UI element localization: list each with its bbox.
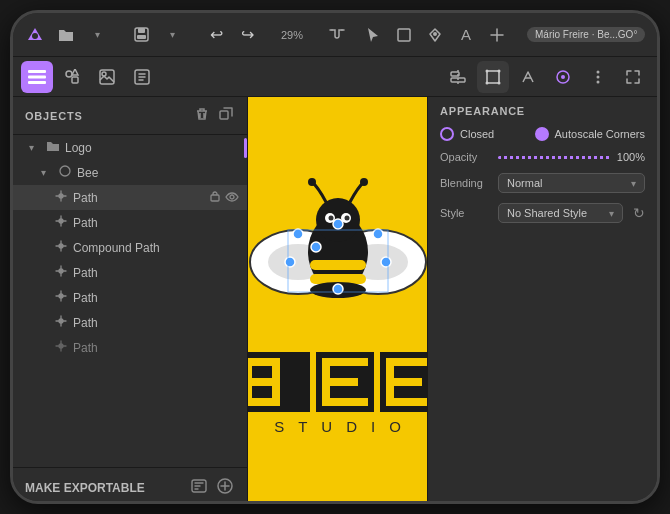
svg-rect-3 bbox=[137, 35, 146, 39]
add-export-button[interactable] bbox=[215, 476, 235, 499]
cursor-tool[interactable] bbox=[359, 21, 387, 49]
expand-arrow: ▾ bbox=[29, 142, 41, 153]
refresh-style-button[interactable]: ↻ bbox=[633, 205, 645, 221]
svg-point-19 bbox=[486, 81, 489, 84]
list-item[interactable]: ▾ Logo bbox=[13, 135, 247, 160]
svg-point-57 bbox=[381, 257, 391, 267]
chevron-icon-file[interactable]: ▾ bbox=[158, 21, 186, 49]
second-toolbar-right bbox=[442, 61, 649, 93]
layer-label: Path bbox=[73, 216, 239, 230]
list-item[interactable]: Compound Path bbox=[13, 235, 247, 260]
save-icon[interactable] bbox=[127, 21, 155, 49]
main-area: OBJECTS bbox=[13, 97, 657, 504]
path-anchor-icon bbox=[53, 265, 69, 280]
blending-row: Blending Normal ▾ bbox=[440, 173, 645, 193]
svg-point-28 bbox=[59, 194, 63, 198]
autoscale-toggle[interactable]: Autoscale Corners bbox=[535, 127, 646, 141]
svg-point-18 bbox=[498, 69, 501, 72]
vectornator-icon[interactable] bbox=[21, 21, 49, 49]
svg-rect-2 bbox=[138, 28, 145, 33]
layers-button[interactable] bbox=[21, 61, 53, 93]
more-icon[interactable] bbox=[582, 61, 614, 93]
opacity-value: 100% bbox=[617, 151, 645, 163]
elements-button[interactable] bbox=[56, 61, 88, 93]
magnet-icon[interactable] bbox=[323, 21, 351, 49]
studio-text-group: STUDIO bbox=[248, 418, 427, 443]
svg-rect-77 bbox=[386, 378, 422, 386]
panel-header-actions bbox=[193, 105, 235, 126]
chevron-down-icon[interactable]: ▾ bbox=[83, 21, 111, 49]
svg-point-22 bbox=[561, 75, 565, 79]
transform-icon[interactable] bbox=[477, 61, 509, 93]
closed-toggle-circle bbox=[440, 127, 454, 141]
studio-text: STUDIO bbox=[260, 418, 415, 435]
pen-tool[interactable] bbox=[421, 21, 449, 49]
style-icon[interactable] bbox=[512, 61, 544, 93]
blending-value: Normal bbox=[507, 177, 542, 189]
svg-rect-4 bbox=[398, 29, 410, 41]
svg-point-31 bbox=[59, 219, 63, 223]
objects-list: ▾ Logo ▾ Bee bbox=[13, 135, 247, 467]
svg-point-34 bbox=[59, 294, 63, 298]
list-item[interactable]: Path bbox=[13, 185, 247, 210]
svg-rect-72 bbox=[322, 378, 358, 386]
svg-point-60 bbox=[333, 219, 343, 229]
arrange-tool[interactable] bbox=[483, 21, 511, 49]
lock-icon[interactable] bbox=[209, 190, 221, 205]
undo-button[interactable]: ↩ bbox=[202, 21, 230, 49]
export-settings-button[interactable] bbox=[189, 476, 209, 499]
svg-point-52 bbox=[344, 215, 349, 220]
bee-graphic bbox=[248, 172, 427, 362]
svg-point-25 bbox=[597, 80, 600, 83]
folder-icon[interactable] bbox=[52, 21, 80, 49]
svg-rect-73 bbox=[322, 398, 368, 406]
list-item[interactable]: Path bbox=[13, 285, 247, 310]
opacity-label: Opacity bbox=[440, 151, 492, 163]
selection-indicator bbox=[244, 138, 247, 158]
list-item[interactable]: Path bbox=[13, 210, 247, 235]
eye-icon[interactable] bbox=[225, 191, 239, 205]
bee-canvas: STUDIO bbox=[248, 97, 427, 504]
svg-point-59 bbox=[311, 242, 321, 252]
make-exportable-section: MAKE EXPORTABLE bbox=[13, 467, 247, 504]
svg-rect-10 bbox=[72, 77, 78, 83]
svg-point-33 bbox=[59, 269, 63, 273]
make-exportable-label: MAKE EXPORTABLE bbox=[25, 481, 145, 495]
path-anchor-icon bbox=[53, 340, 69, 355]
blending-dropdown[interactable]: Normal ▾ bbox=[498, 173, 645, 193]
list-item[interactable]: Path bbox=[13, 335, 247, 360]
layer-label: Path bbox=[73, 341, 239, 355]
path-anchor-icon bbox=[53, 190, 69, 205]
svg-point-24 bbox=[597, 75, 600, 78]
layer-label: Compound Path bbox=[73, 241, 239, 255]
delete-layer-button[interactable] bbox=[193, 105, 211, 126]
text-tool[interactable]: A bbox=[452, 21, 480, 49]
add-layer-button[interactable] bbox=[217, 105, 235, 126]
list-item[interactable]: Path bbox=[13, 260, 247, 285]
closed-toggle[interactable]: Closed bbox=[440, 127, 494, 141]
import-button[interactable] bbox=[126, 61, 158, 93]
list-item[interactable]: Path bbox=[13, 310, 247, 335]
svg-point-32 bbox=[59, 244, 63, 248]
redo-button[interactable]: ↪ bbox=[233, 21, 261, 49]
images-button[interactable] bbox=[91, 61, 123, 93]
expand-icon[interactable] bbox=[617, 61, 649, 93]
path-anchor-icon bbox=[53, 290, 69, 305]
appearance-icon[interactable] bbox=[547, 61, 579, 93]
user-badge: Mário Freire · Be...GO° bbox=[527, 27, 645, 42]
svg-point-48 bbox=[360, 178, 368, 186]
layer-label: Logo bbox=[65, 141, 239, 155]
opacity-slider[interactable] bbox=[498, 154, 611, 160]
toolbar-left-group: ▾ bbox=[21, 21, 111, 49]
canvas-area: STUDIO bbox=[248, 97, 427, 504]
autoscale-toggle-circle bbox=[535, 127, 549, 141]
dropdown-chevron: ▾ bbox=[631, 178, 636, 189]
style-dropdown[interactable]: No Shared Style ▾ bbox=[498, 203, 623, 223]
svg-point-30 bbox=[230, 195, 234, 199]
list-item[interactable]: ▾ Bee bbox=[13, 160, 247, 185]
folder-icon bbox=[45, 140, 61, 155]
svg-point-47 bbox=[308, 178, 316, 186]
align-icon[interactable] bbox=[442, 61, 474, 93]
svg-point-9 bbox=[66, 71, 72, 77]
rect-tool[interactable] bbox=[390, 21, 418, 49]
